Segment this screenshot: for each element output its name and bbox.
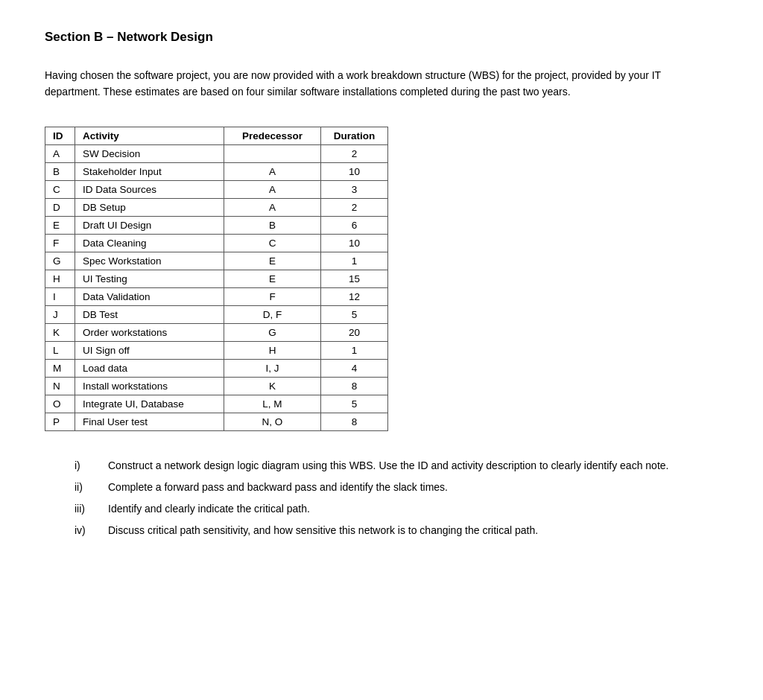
cell-duration: 8 xyxy=(321,413,388,430)
cell-duration: 8 xyxy=(321,377,388,395)
table-row: OIntegrate UI, DatabaseL, M5 xyxy=(45,395,388,413)
cell-predecessor: F xyxy=(224,287,321,305)
cell-activity: Draft UI Design xyxy=(75,216,224,234)
question-text: Construct a network design logic diagram… xyxy=(108,457,668,474)
cell-predecessor: E xyxy=(224,252,321,270)
cell-id: O xyxy=(45,395,75,413)
table-row: JDB TestD, F5 xyxy=(45,305,388,323)
cell-predecessor: H xyxy=(224,341,321,359)
question-label: i) xyxy=(75,457,108,474)
cell-id: D xyxy=(45,198,75,216)
question-item: i)Construct a network design logic diagr… xyxy=(45,457,718,474)
cell-predecessor: N, O xyxy=(224,413,321,430)
header-id: ID xyxy=(45,127,75,144)
cell-duration: 15 xyxy=(321,270,388,287)
cell-id: H xyxy=(45,270,75,287)
cell-duration: 3 xyxy=(321,180,388,198)
cell-predecessor: I, J xyxy=(224,359,321,377)
cell-predecessor: L, M xyxy=(224,395,321,413)
cell-predecessor: C xyxy=(224,234,321,252)
question-label: iv) xyxy=(75,522,108,539)
table-row: PFinal User testN, O8 xyxy=(45,413,388,430)
table-row: BStakeholder InputA10 xyxy=(45,162,388,180)
table-row: NInstall workstationsK8 xyxy=(45,377,388,395)
cell-duration: 10 xyxy=(321,162,388,180)
table-row: CID Data SourcesA3 xyxy=(45,180,388,198)
cell-id: C xyxy=(45,180,75,198)
cell-predecessor: A xyxy=(224,162,321,180)
question-text: Identify and clearly indicate the critic… xyxy=(108,500,310,518)
cell-activity: Load data xyxy=(75,359,224,377)
cell-predecessor xyxy=(224,144,321,162)
header-predecessor: Predecessor xyxy=(224,127,321,144)
cell-id: E xyxy=(45,216,75,234)
question-item: ii)Complete a forward pass and backward … xyxy=(45,479,718,496)
cell-duration: 4 xyxy=(321,359,388,377)
cell-id: K xyxy=(45,323,75,341)
cell-activity: Spec Workstation xyxy=(75,252,224,270)
cell-id: L xyxy=(45,341,75,359)
cell-duration: 5 xyxy=(321,305,388,323)
cell-duration: 5 xyxy=(321,395,388,413)
wbs-table: ID Activity Predecessor Duration ASW Dec… xyxy=(45,127,388,431)
cell-predecessor: G xyxy=(224,323,321,341)
cell-activity: Data Validation xyxy=(75,287,224,305)
cell-activity: SW Decision xyxy=(75,144,224,162)
cell-predecessor: A xyxy=(224,180,321,198)
cell-predecessor: D, F xyxy=(224,305,321,323)
question-item: iii)Identify and clearly indicate the cr… xyxy=(45,500,718,518)
table-row: LUI Sign offH1 xyxy=(45,341,388,359)
table-row: IData ValidationF12 xyxy=(45,287,388,305)
cell-duration: 20 xyxy=(321,323,388,341)
cell-predecessor: A xyxy=(224,198,321,216)
table-row: HUI TestingE15 xyxy=(45,270,388,287)
cell-duration: 2 xyxy=(321,144,388,162)
cell-duration: 2 xyxy=(321,198,388,216)
cell-id: J xyxy=(45,305,75,323)
cell-predecessor: B xyxy=(224,216,321,234)
cell-duration: 10 xyxy=(321,234,388,252)
questions-section: i)Construct a network design logic diagr… xyxy=(45,457,718,539)
cell-activity: Order workstations xyxy=(75,323,224,341)
question-text: Discuss critical path sensitivity, and h… xyxy=(108,522,538,539)
cell-id: G xyxy=(45,252,75,270)
cell-activity: DB Setup xyxy=(75,198,224,216)
question-label: ii) xyxy=(75,479,108,496)
table-row: ASW Decision2 xyxy=(45,144,388,162)
section-title: Section B – Network Design xyxy=(45,30,718,45)
cell-duration: 1 xyxy=(321,252,388,270)
table-row: FData CleaningC10 xyxy=(45,234,388,252)
table-row: EDraft UI DesignB6 xyxy=(45,216,388,234)
cell-duration: 6 xyxy=(321,216,388,234)
question-label: iii) xyxy=(75,500,108,518)
table-row: GSpec WorkstationE1 xyxy=(45,252,388,270)
header-activity: Activity xyxy=(75,127,224,144)
cell-id: B xyxy=(45,162,75,180)
cell-id: P xyxy=(45,413,75,430)
header-duration: Duration xyxy=(321,127,388,144)
cell-activity: ID Data Sources xyxy=(75,180,224,198)
question-item: iv)Discuss critical path sensitivity, an… xyxy=(45,522,718,539)
cell-activity: Install workstations xyxy=(75,377,224,395)
cell-predecessor: K xyxy=(224,377,321,395)
intro-paragraph: Having chosen the software project, you … xyxy=(45,67,718,101)
cell-activity: Data Cleaning xyxy=(75,234,224,252)
cell-activity: Final User test xyxy=(75,413,224,430)
cell-id: I xyxy=(45,287,75,305)
cell-id: F xyxy=(45,234,75,252)
table-row: MLoad dataI, J4 xyxy=(45,359,388,377)
cell-activity: UI Testing xyxy=(75,270,224,287)
cell-activity: Integrate UI, Database xyxy=(75,395,224,413)
table-row: DDB SetupA2 xyxy=(45,198,388,216)
cell-activity: Stakeholder Input xyxy=(75,162,224,180)
cell-activity: DB Test xyxy=(75,305,224,323)
cell-id: M xyxy=(45,359,75,377)
question-text: Complete a forward pass and backward pas… xyxy=(108,479,448,496)
cell-activity: UI Sign off xyxy=(75,341,224,359)
wbs-table-container: ID Activity Predecessor Duration ASW Dec… xyxy=(45,127,718,431)
table-row: KOrder workstationsG20 xyxy=(45,323,388,341)
cell-duration: 12 xyxy=(321,287,388,305)
cell-duration: 1 xyxy=(321,341,388,359)
cell-id: A xyxy=(45,144,75,162)
cell-id: N xyxy=(45,377,75,395)
